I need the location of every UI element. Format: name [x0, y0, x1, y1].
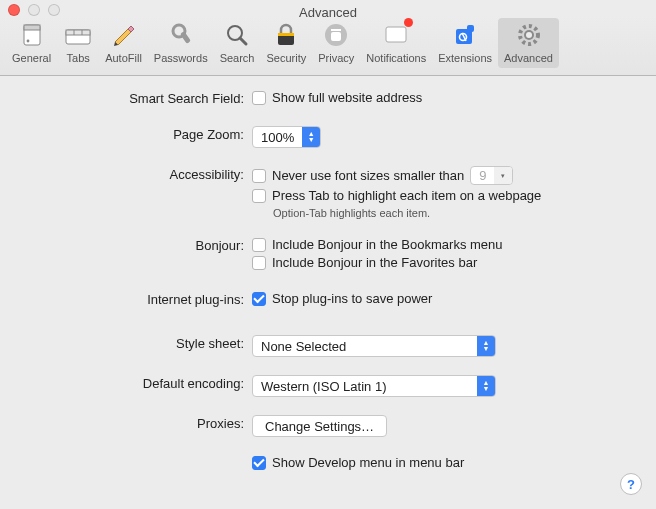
bonjour-favorites-checkbox[interactable] [252, 256, 266, 270]
stylesheet-select[interactable]: None Selected ▲▼ [252, 335, 496, 357]
toolbar-label: Search [220, 52, 255, 64]
toolbar-tab-advanced[interactable]: Advanced [498, 18, 559, 68]
toolbar-label: General [12, 52, 51, 64]
passwords-icon [166, 20, 196, 50]
toolbar-label: Advanced [504, 52, 553, 64]
window-titlebar: Advanced [0, 0, 656, 16]
stop-plugins-checkbox[interactable] [252, 292, 266, 306]
svg-line-10 [240, 38, 246, 44]
accessibility-label: Accessibility: [10, 166, 252, 182]
toolbar-label: Notifications [366, 52, 426, 64]
help-icon: ? [627, 477, 635, 492]
toolbar-tab-extensions[interactable]: Extensions [432, 18, 498, 68]
advanced-pane: Smart Search Field: Show full website ad… [0, 76, 656, 487]
zoom-window-button[interactable] [48, 4, 60, 16]
toolbar-label: Tabs [67, 52, 90, 64]
min-font-size-label: Never use font sizes smaller than [272, 168, 464, 183]
svg-rect-14 [331, 32, 341, 41]
bonjour-favorites-label: Include Bonjour in the Favorites bar [272, 255, 477, 270]
search-icon [222, 20, 252, 50]
show-develop-checkbox[interactable] [252, 456, 266, 470]
page-zoom-label: Page Zoom: [10, 126, 252, 142]
show-develop-label: Show Develop menu in menu bar [272, 455, 464, 470]
close-window-button[interactable] [8, 4, 20, 16]
svg-rect-12 [278, 33, 294, 36]
min-font-size-checkbox[interactable] [252, 169, 266, 183]
general-icon [17, 20, 47, 50]
window-title: Advanced [299, 5, 357, 20]
toolbar-tab-autofill[interactable]: AutoFill [99, 18, 148, 68]
toolbar-label: AutoFill [105, 52, 142, 64]
toolbar-tab-passwords[interactable]: Passwords [148, 18, 214, 68]
toolbar-tab-tabs[interactable]: Tabs [57, 18, 99, 68]
svg-point-2 [26, 40, 29, 43]
bonjour-bookmarks-checkbox[interactable] [252, 238, 266, 252]
encoding-select[interactable]: Western (ISO Latin 1) ▲▼ [252, 375, 496, 397]
minimize-window-button[interactable] [28, 4, 40, 16]
tabs-icon [63, 20, 93, 50]
privacy-icon [321, 20, 351, 50]
change-settings-label: Change Settings… [265, 419, 374, 434]
min-font-size-select[interactable]: 9 ▾ [470, 166, 513, 185]
proxies-label: Proxies: [10, 415, 252, 431]
encoding-label: Default encoding: [10, 375, 252, 391]
security-icon [271, 20, 301, 50]
stylesheet-value: None Selected [253, 339, 354, 354]
toolbar-tab-security[interactable]: Security [260, 18, 312, 68]
preferences-toolbar: General Tabs AutoFill Passwords Search S… [0, 16, 656, 76]
smart-search-label: Smart Search Field: [10, 90, 252, 106]
min-font-size-value: 9 [471, 168, 494, 183]
toolbar-label: Extensions [438, 52, 492, 64]
tab-highlight-checkbox[interactable] [252, 189, 266, 203]
chevron-updown-icon: ▲▼ [302, 127, 320, 147]
autofill-icon [108, 20, 138, 50]
toolbar-tab-search[interactable]: Search [214, 18, 261, 68]
show-full-url-checkbox[interactable] [252, 91, 266, 105]
bonjour-label: Bonjour: [10, 237, 252, 253]
encoding-value: Western (ISO Latin 1) [253, 379, 394, 394]
page-zoom-select[interactable]: 100% ▲▼ [252, 126, 321, 148]
notification-badge [404, 18, 413, 27]
toolbar-tab-notifications[interactable]: Notifications [360, 18, 432, 68]
show-full-url-label: Show full website address [272, 90, 422, 105]
toolbar-tab-privacy[interactable]: Privacy [312, 18, 360, 68]
svg-point-22 [526, 32, 532, 38]
change-settings-button[interactable]: Change Settings… [252, 415, 387, 437]
toolbar-label: Privacy [318, 52, 354, 64]
chevron-down-icon: ▾ [494, 167, 512, 184]
svg-rect-17 [467, 25, 474, 32]
chevron-updown-icon: ▲▼ [477, 376, 495, 396]
extensions-icon [450, 20, 480, 50]
stylesheet-label: Style sheet: [10, 335, 252, 351]
advanced-icon [514, 20, 544, 50]
toolbar-label: Passwords [154, 52, 208, 64]
plugins-label: Internet plug-ins: [10, 291, 252, 307]
svg-rect-1 [24, 25, 40, 30]
help-button[interactable]: ? [620, 473, 642, 495]
stop-plugins-label: Stop plug-ins to save power [272, 291, 432, 306]
svg-rect-15 [386, 27, 406, 42]
tab-highlight-hint: Option-Tab highlights each item. [273, 207, 430, 219]
notifications-icon [381, 20, 411, 50]
page-zoom-value: 100% [253, 130, 302, 145]
toolbar-tab-general[interactable]: General [6, 18, 57, 68]
svg-rect-4 [66, 30, 90, 35]
chevron-updown-icon: ▲▼ [477, 336, 495, 356]
bonjour-bookmarks-label: Include Bonjour in the Bookmarks menu [272, 237, 503, 252]
tab-highlight-label: Press Tab to highlight each item on a we… [272, 188, 541, 203]
toolbar-label: Security [266, 52, 306, 64]
